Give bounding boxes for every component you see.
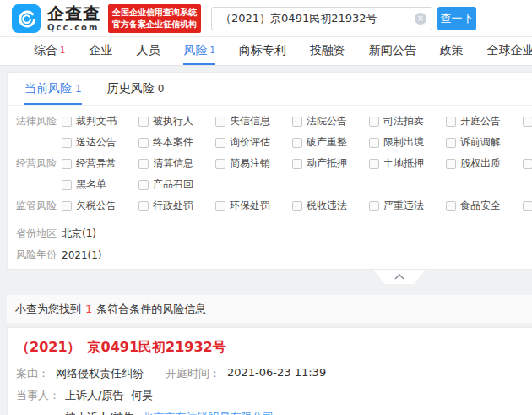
risk-result-card: （2021）京0491民初21932号 案由： 网络侵权责任纠纷 开庭时间： 2… <box>7 327 532 415</box>
risk-filter-option[interactable]: 破产重整 <box>292 135 369 150</box>
clear-search-icon[interactable]: × <box>415 13 426 25</box>
risk-filter-option[interactable]: 开庭公告 <box>446 114 523 128</box>
filter-rows: 法律风险裁判文书被执行人失信信息法院公告司法拍卖开庭公告送达公告终本案件询价评估… <box>8 106 532 223</box>
risk-filter-option[interactable]: 经营异常 <box>62 156 138 171</box>
checkbox-icon[interactable] <box>292 138 302 148</box>
cause-label: 案由： <box>16 366 49 381</box>
collapse-filters-button[interactable] <box>373 270 426 284</box>
defendant-company-link[interactable]: 北京京东达锐贸易有限公司 <box>142 411 274 415</box>
search-input[interactable] <box>211 7 432 30</box>
risk-filter-option[interactable]: 严重违法 <box>369 199 446 213</box>
risk-filter-option[interactable]: 清算信息 <box>138 156 215 171</box>
risk-filter-option[interactable]: 欠税公告 <box>62 199 138 213</box>
risk-filter-option[interactable]: 食品安全 <box>446 199 523 213</box>
year-value[interactable]: 2021(1) <box>62 249 102 261</box>
risk-filter-option[interactable]: 诉前调解 <box>446 135 523 150</box>
nav-item-qiye[interactable]: 企业 <box>89 37 112 65</box>
nav-item-quanqiu-qiye[interactable]: 全球企业 <box>487 37 532 65</box>
risk-filter-option[interactable]: 税收违法 <box>292 199 369 213</box>
checkbox-icon[interactable] <box>523 159 532 169</box>
tab-history-risk[interactable]: 历史风险0 <box>107 81 165 105</box>
checkbox-icon[interactable] <box>62 138 72 148</box>
checkbox-icon[interactable] <box>138 180 149 190</box>
checkbox-icon[interactable] <box>446 117 456 127</box>
risk-filter-option-label: 环保处罚 <box>230 199 270 213</box>
risk-filter-option[interactable]: 裁判文书 <box>62 114 138 128</box>
checkbox-icon[interactable] <box>446 201 456 211</box>
checkbox-icon[interactable] <box>215 138 225 148</box>
risk-filter-option[interactable]: 股权出质 <box>446 156 523 171</box>
risk-filter-option[interactable]: 失信信息 <box>215 114 292 128</box>
checkbox-icon[interactable] <box>138 159 149 169</box>
risk-filter-option[interactable]: 产品召回 <box>138 177 215 192</box>
nav-item-zhengce[interactable]: 政策 <box>440 37 464 65</box>
summary-count: 1 <box>85 303 92 315</box>
checkbox-icon[interactable] <box>138 138 149 148</box>
plaintiff-value: 上诉人/原告- 何昊 <box>65 388 153 403</box>
risk-filter-option[interactable]: 被执行人 <box>138 114 215 128</box>
qcc-logo-icon[interactable] <box>12 4 41 33</box>
nav-item-renyuan[interactable]: 人员 <box>136 37 160 65</box>
checkbox-icon[interactable] <box>138 117 149 127</box>
province-value[interactable]: 北京(1) <box>62 227 96 241</box>
nav-item-shangbiao-zhuanli[interactable]: 商标专利 <box>239 37 286 65</box>
risk-filter-option-partial[interactable] <box>523 117 532 127</box>
risk-filter-option-label: 食品安全 <box>460 199 501 213</box>
checkbox-icon[interactable] <box>523 117 532 127</box>
checkbox-icon[interactable] <box>369 138 379 148</box>
main-content: 当前风险1历史风险0 法律风险裁判文书被执行人失信信息法院公告司法拍卖开庭公告送… <box>0 72 532 415</box>
checkbox-icon[interactable] <box>215 201 225 211</box>
tab-count: 0 <box>158 83 165 95</box>
checkbox-icon[interactable] <box>446 138 456 148</box>
risk-filter-option[interactable]: 限制出境 <box>369 135 446 150</box>
risk-filter-option[interactable]: 法院公告 <box>292 114 369 128</box>
risk-filter-option[interactable]: 行政处罚 <box>138 199 215 213</box>
checkbox-icon[interactable] <box>62 180 72 190</box>
risk-filter-option[interactable]: 黑名单 <box>62 177 138 192</box>
logo-name: 企查查 <box>47 5 100 22</box>
checkbox-icon[interactable] <box>138 201 149 211</box>
nav-item-tourongzi[interactable]: 投融资 <box>310 37 345 65</box>
risk-filter-option[interactable]: 环保处罚 <box>215 199 292 213</box>
checkbox-icon[interactable] <box>62 159 72 169</box>
filter-row: 黑名单产品召回 <box>8 174 532 195</box>
checkbox-icon[interactable] <box>446 159 456 169</box>
nav-item-fengxian[interactable]: 风险1 <box>183 37 214 65</box>
tab-current-risk[interactable]: 当前风险1 <box>24 81 82 105</box>
checkbox-icon[interactable] <box>292 201 302 211</box>
risk-filter-option-partial[interactable] <box>523 159 532 169</box>
checkbox-icon[interactable] <box>292 159 302 169</box>
filter-row: 送达公告终本案件询价评估破产重整限制出境诉前调解 <box>8 132 532 153</box>
risk-filter-option-label: 土地抵押 <box>383 156 424 171</box>
risk-filter-option[interactable]: 终本案件 <box>138 135 215 150</box>
risk-filter-option-partial[interactable] <box>523 201 532 211</box>
risk-filter-option[interactable]: 土地抵押 <box>369 156 446 171</box>
checkbox-icon[interactable] <box>215 159 225 169</box>
risk-filter-option[interactable]: 询价评估 <box>215 135 292 150</box>
risk-filter-option-label: 税收违法 <box>307 199 347 213</box>
risk-filter-option[interactable]: 司法拍卖 <box>369 114 446 128</box>
summary-suffix: 条符合条件的风险信息 <box>96 302 206 317</box>
risk-filter-option[interactable]: 送达公告 <box>62 135 138 150</box>
nav-item-xinwen-gonggao[interactable]: 新闻公告 <box>369 37 416 65</box>
checkbox-icon[interactable] <box>369 159 379 169</box>
tab-count: 1 <box>75 83 82 95</box>
risk-filter-option-label: 裁判文书 <box>76 114 117 128</box>
checkbox-icon[interactable] <box>215 117 225 127</box>
checkbox-icon[interactable] <box>292 117 302 127</box>
search-button[interactable]: 查一下 <box>437 7 476 30</box>
checkbox-icon[interactable] <box>369 201 379 211</box>
case-meta-row: 案由： 网络侵权责任纠纷 开庭时间： 2021-06-23 11:39 <box>16 366 532 381</box>
checkbox-icon[interactable] <box>523 201 532 211</box>
checkbox-icon[interactable] <box>62 201 72 211</box>
risk-filter-option[interactable]: 简易注销 <box>215 156 292 171</box>
province-filter-row: 省份地区 北京(1) <box>8 223 532 244</box>
qcc-logo-text[interactable]: 企查查 Qcc.com <box>47 5 100 32</box>
risk-filter-option-label: 破产重整 <box>307 135 347 150</box>
nav-item-zonghe[interactable]: 综合1 <box>34 37 65 65</box>
checkbox-icon[interactable] <box>369 117 379 127</box>
risk-filter-option[interactable]: 动产抵押 <box>292 156 369 171</box>
party-label: 当事人： <box>16 388 65 403</box>
case-number-title[interactable]: （2021）京0491民初21932号 <box>16 339 532 357</box>
checkbox-icon[interactable] <box>62 117 72 127</box>
